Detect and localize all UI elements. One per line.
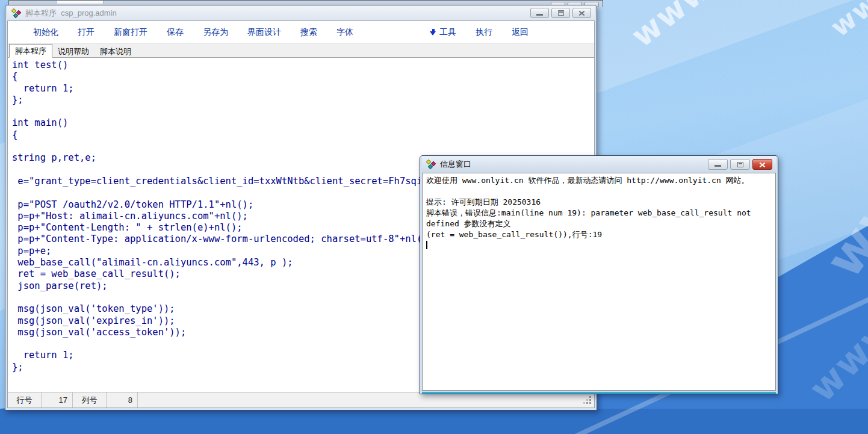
status-cell: 列号 bbox=[73, 392, 107, 408]
status-cell: 行号 bbox=[8, 392, 42, 408]
toolbar-button[interactable]: 搜索 bbox=[291, 21, 327, 43]
code-line: return 1; bbox=[12, 83, 594, 95]
toolbar-button[interactable]: 执行 bbox=[466, 21, 502, 43]
tab-label: 说明帮助 bbox=[58, 47, 89, 56]
message-output[interactable]: 欢迎使用 www.onlyit.cn 软件作品，最新动态请访问 http://w… bbox=[422, 173, 776, 391]
tab-bar: 脚本程序 说明帮助 脚本说明 bbox=[8, 43, 594, 58]
toolbar-button[interactable]: 返回 bbox=[502, 21, 538, 43]
message-line: 欢迎使用 www.onlyit.cn 软件作品，最新动态请访问 http://w… bbox=[426, 175, 772, 186]
toolbar-button-label: 保存 bbox=[167, 27, 184, 38]
close-icon bbox=[578, 10, 585, 16]
info-window: 信息窗口 欢迎使用 www.onlyit.cn 软件作品，最新动态请访问 htt… bbox=[420, 155, 778, 394]
toolbar-button-label: 初始化 bbox=[33, 27, 58, 38]
toolbar-button[interactable]: 工具 bbox=[420, 21, 466, 43]
toolbar-button-label: 界面设计 bbox=[247, 27, 281, 38]
close-icon bbox=[759, 162, 766, 167]
toolbar-button[interactable]: 字体 bbox=[327, 21, 363, 43]
toolbar-button[interactable]: 界面设计 bbox=[238, 21, 291, 43]
toolbar-button-label: 执行 bbox=[476, 27, 492, 38]
toolbar-button[interactable]: 初始化 bbox=[23, 21, 68, 43]
wallpaper-bottom-band bbox=[0, 409, 868, 434]
restore-button[interactable] bbox=[551, 8, 570, 18]
status-cell: 8 bbox=[107, 392, 138, 408]
tab[interactable]: 脚本说明 bbox=[95, 45, 137, 58]
code-line: }; bbox=[12, 95, 594, 106]
code-line bbox=[12, 106, 594, 117]
toolbar-button-label: 打开 bbox=[78, 27, 95, 38]
toolbar-button[interactable]: 保存 bbox=[157, 21, 193, 43]
minimize-icon bbox=[715, 165, 721, 167]
code-line bbox=[12, 141, 594, 152]
message-line: 提示: 许可到期日期 20250316 bbox=[426, 197, 772, 208]
code-line: int test() bbox=[12, 60, 594, 71]
app-icon bbox=[11, 8, 22, 18]
minimize-icon bbox=[536, 14, 543, 16]
info-restore-button[interactable] bbox=[730, 159, 750, 170]
app-icon bbox=[426, 160, 436, 169]
code-line: { bbox=[12, 71, 594, 82]
code-line: int main() bbox=[12, 117, 594, 129]
info-window-bottom-frame bbox=[422, 391, 776, 394]
text-caret bbox=[426, 241, 427, 249]
tab-label: 脚本说明 bbox=[100, 47, 131, 56]
restore-icon bbox=[737, 162, 743, 167]
restore-icon bbox=[558, 10, 564, 16]
main-titlebar[interactable]: 脚本程序 csp_prog.admin bbox=[7, 5, 595, 20]
toolbar-button-label: 新窗打开 bbox=[114, 27, 147, 38]
info-minimize-button[interactable] bbox=[708, 159, 728, 170]
toolbar-button-label: 工具 bbox=[439, 27, 456, 38]
info-window-title: 信息窗口 bbox=[440, 159, 471, 170]
tab-label: 脚本程序 bbox=[15, 46, 46, 55]
message-line: (ret = web_base_call_result()),行号:19 bbox=[426, 229, 772, 240]
window-title: 脚本程序 csp_prog.admin bbox=[25, 8, 117, 19]
message-line bbox=[426, 186, 772, 197]
message-line: 脚本错误，错误信息:main(line num 19): parameter w… bbox=[426, 208, 772, 229]
toolbar-button-label: 返回 bbox=[512, 27, 529, 38]
down-arrow-icon bbox=[430, 28, 436, 36]
close-button[interactable] bbox=[572, 8, 591, 18]
resize-grip[interactable] bbox=[589, 402, 591, 404]
tab[interactable]: 脚本程序 bbox=[9, 44, 52, 58]
code-line: { bbox=[12, 129, 594, 141]
info-close-button[interactable] bbox=[752, 159, 772, 170]
toolbar-button-label: 字体 bbox=[336, 27, 353, 38]
toolbar-button[interactable]: 新窗打开 bbox=[104, 21, 157, 43]
toolbar-button[interactable]: 另存为 bbox=[193, 21, 238, 43]
status-cell: 17 bbox=[42, 392, 73, 408]
toolbar-button[interactable]: 打开 bbox=[68, 21, 104, 43]
background-window-fragment bbox=[57, 1, 104, 4]
minimize-button[interactable] bbox=[530, 8, 549, 18]
info-titlebar[interactable]: 信息窗口 bbox=[422, 156, 776, 173]
toolbar: 初始化 打开 新窗打开 保存 bbox=[8, 21, 594, 43]
tab[interactable]: 说明帮助 bbox=[52, 45, 95, 58]
toolbar-button-label: 另存为 bbox=[203, 27, 228, 38]
toolbar-button-label: 搜索 bbox=[300, 27, 317, 38]
